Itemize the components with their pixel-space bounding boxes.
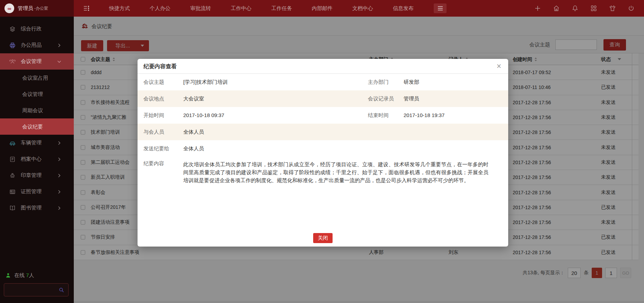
sidebar-item-seal-mgmt[interactable]: 印章管理 (0, 167, 74, 184)
field-value: 管理员 (404, 90, 419, 107)
archive-icon (9, 156, 16, 162)
search-icon[interactable] (59, 287, 64, 293)
online-status: 在线 7人 (5, 272, 34, 279)
modal-footer: 关闭 (138, 233, 508, 243)
topbar: ∞ 管理员 -办公室 快捷方式个人办公审批流转工作中心工作任务内部邮件文档中心信… (0, 0, 644, 17)
close-button[interactable]: 关闭 (313, 233, 333, 243)
chevron-right-icon (56, 172, 62, 179)
current-user: 管理员 (18, 5, 33, 12)
sidebar-menu: 综合行政办公用品会议管理会议室占用会议管理周期会议会议纪要车辆管理档案中心印章管… (0, 17, 74, 216)
field-label: 主办部门 (368, 74, 389, 90)
topbar-nav-item[interactable]: 工作任务 (271, 5, 292, 12)
field-value: [学习]技术部门培训 (183, 74, 228, 90)
sidebar-item-label: 车辆管理 (21, 140, 42, 146)
field-label: 会议记录员 (368, 90, 394, 107)
sidebar-item-label: 印章管理 (21, 172, 42, 179)
field-label: 结束时间 (368, 107, 389, 124)
meeting-icon (9, 59, 16, 65)
sidebar-subitem[interactable]: 会议室占用 (0, 70, 74, 86)
current-user-dept: -办公室 (34, 6, 48, 11)
sidebar-item-license-mgmt[interactable]: 证照管理 (0, 184, 74, 200)
power-icon[interactable] (628, 5, 635, 12)
topbar-nav-item[interactable]: 快捷方式 (109, 5, 130, 12)
topbar-nav-item[interactable]: 工作中心 (231, 5, 252, 12)
sidebar-subitem[interactable]: 会议纪要 (0, 118, 74, 135)
online-unit: 人 (29, 272, 34, 278)
hamburger-icon[interactable] (434, 3, 447, 13)
modal-field-row: 会议地点大会议室会议记录员管理员 (138, 90, 508, 107)
field-label: 会议主题 (143, 74, 164, 90)
chevron-right-icon (56, 189, 62, 195)
online-count: 7 (26, 272, 29, 278)
modal-field-row: 发送纪要给全体人员 (138, 140, 508, 157)
online-label: 在线 (14, 272, 25, 278)
topbar-nav-item[interactable]: 内部邮件 (312, 5, 333, 12)
sidebar-item-label: 办公用品 (21, 42, 42, 48)
modal-title: 纪要内容查看 (143, 59, 177, 74)
sidebar-item-label: 会议管理 (21, 58, 42, 65)
topbar-nav-item[interactable]: 个人办公 (150, 5, 170, 12)
home-icon[interactable] (553, 5, 560, 12)
layers-icon (9, 26, 16, 32)
modal-field-row: 开始时间2017-10-18 09:37结束时间2017-10-18 19:37 (138, 107, 508, 124)
sidebar-search-input[interactable] (7, 285, 57, 295)
license-icon (9, 189, 16, 195)
content-label: 纪要内容 (143, 160, 164, 167)
modal-field-row: 与会人员全体人员 (138, 124, 508, 140)
online-user-icon (5, 273, 11, 278)
field-value: 全体人员 (183, 140, 204, 157)
bell-icon[interactable] (572, 5, 579, 12)
field-value: 全体人员 (183, 124, 204, 140)
modal-field-row: 会议主题[学习]技术部门培训主办部门研发部 (138, 74, 508, 90)
topbar-nav-item[interactable]: 文档中心 (352, 5, 373, 12)
minutes-content-text: 此次培训全体员工均次参加了培训，技术部门从成立至今，经历了项目论证、立项、建设、… (183, 157, 488, 184)
menu-list-icon[interactable] (82, 5, 91, 12)
minutes-view-modal: 纪要内容查看 × 会议主题[学习]技术部门培训主办部门研发部会议地点大会议室会议… (138, 59, 508, 247)
shirt-icon[interactable] (609, 5, 616, 12)
sidebar: 综合行政办公用品会议管理会议室占用会议管理周期会议会议纪要车辆管理档案中心印章管… (0, 17, 74, 303)
close-icon[interactable]: × (497, 61, 501, 71)
car-icon (9, 140, 16, 146)
field-value: 研发部 (404, 74, 419, 90)
chevron-right-icon (56, 205, 62, 211)
sidebar-item-book-mgmt[interactable]: 图书管理 (0, 200, 74, 216)
sidebar-item-office-supplies[interactable]: 办公用品 (0, 37, 74, 53)
sidebar-item-vehicle-mgmt[interactable]: 车辆管理 (0, 135, 74, 151)
stamp-icon (9, 172, 16, 179)
field-value: 大会议室 (183, 90, 204, 107)
apps-grid-icon[interactable] (590, 5, 597, 12)
field-label: 发送纪要给 (143, 140, 169, 157)
sidebar-search (4, 283, 69, 296)
chevron-right-icon (56, 42, 62, 48)
chevron-right-icon (56, 140, 62, 146)
sidebar-item-label: 证照管理 (21, 188, 42, 195)
app-window: ∞ 管理员 -办公室 快捷方式个人办公审批流转工作中心工作任务内部邮件文档中心信… (0, 0, 644, 303)
sidebar-subitem[interactable]: 会议管理 (0, 86, 74, 102)
logo-icon: ∞ (5, 3, 14, 13)
printer-icon (9, 42, 16, 48)
topbar-nav-item[interactable]: 审批流转 (190, 5, 211, 12)
sidebar-item-label: 档案中心 (21, 156, 42, 162)
chevron-right-icon (56, 156, 62, 162)
field-label: 会议地点 (143, 90, 164, 107)
sidebar-item-meeting-mgmt[interactable]: 会议管理 (0, 53, 74, 70)
modal-content-row: 纪要内容 此次培训全体员工均次参加了培训，技术部门从成立至今，经历了项目论证、立… (138, 157, 508, 184)
field-value: 2017-10-18 19:37 (404, 107, 444, 124)
sidebar-item-label: 图书管理 (21, 205, 42, 211)
book-icon (9, 205, 16, 211)
sidebar-item-archive-center[interactable]: 档案中心 (0, 151, 74, 167)
topbar-actions (534, 0, 635, 17)
modal-header: 纪要内容查看 × (138, 59, 508, 74)
sidebar-subitem[interactable]: 周期会议 (0, 102, 74, 118)
sidebar-item-label: 综合行政 (21, 26, 42, 32)
field-label: 与会人员 (143, 124, 164, 140)
modal-fields: 会议主题[学习]技术部门培训主办部门研发部会议地点大会议室会议记录员管理员开始时… (138, 74, 508, 157)
topbar-brand[interactable]: ∞ 管理员 -办公室 (0, 0, 74, 17)
topbar-nav-item[interactable]: 信息发布 (393, 5, 414, 12)
chevron-down-icon (56, 59, 62, 65)
field-label: 开始时间 (143, 107, 164, 124)
field-value: 2017-10-18 09:37 (183, 107, 224, 124)
topbar-nav: 快捷方式个人办公审批流转工作中心工作任务内部邮件文档中心信息发布 (109, 0, 414, 17)
sidebar-item-general-admin[interactable]: 综合行政 (0, 21, 74, 37)
plus-icon[interactable] (534, 5, 541, 12)
